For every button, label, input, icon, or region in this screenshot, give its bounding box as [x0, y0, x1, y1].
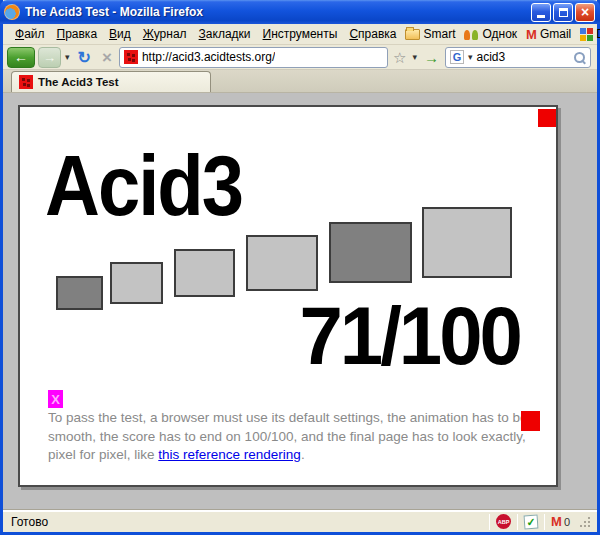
tab-acid3-test[interactable]: The Acid3 Test	[11, 71, 211, 92]
bookmark-odnoklassniki[interactable]: Однок	[461, 26, 520, 42]
menu-help-accel: С	[349, 27, 358, 41]
minimize-button[interactable]	[531, 3, 551, 22]
menu-bookmarks[interactable]: Закладки	[193, 25, 257, 43]
instructions-line1: To pass the test, a browser must use its…	[48, 410, 528, 425]
bookmark-smart[interactable]: Smart	[402, 26, 458, 42]
separator	[544, 514, 545, 530]
menu-bookmarks-accel: З	[199, 27, 206, 41]
docs-icon	[580, 28, 593, 41]
page-title: Acid3	[45, 143, 242, 228]
stop-button[interactable]: ×	[98, 49, 116, 66]
folder-icon	[405, 29, 420, 40]
instructions-period: .	[301, 447, 305, 462]
tab-title: The Acid3 Test	[38, 76, 119, 88]
url-bar[interactable]: http://acid3.acidtests.org/	[119, 47, 388, 68]
reference-rendering-link[interactable]: this reference rendering	[158, 447, 301, 462]
red-marker-right	[521, 411, 540, 431]
menu-edit[interactable]: Правка	[51, 25, 104, 43]
menu-history[interactable]: Журнал	[137, 25, 193, 43]
instructions-line3: pixel for pixel, like	[48, 447, 158, 462]
score-rect	[56, 276, 103, 310]
browser-window: The Acid3 Test - Mozilla Firefox × Файл …	[0, 0, 600, 535]
menu-tools-rest: нструменты	[271, 27, 337, 41]
failed-test-marker: X	[48, 390, 63, 408]
forward-button[interactable]: →	[38, 47, 61, 68]
maximize-icon	[559, 8, 568, 17]
menu-help[interactable]: Справка	[343, 25, 402, 43]
separator	[517, 514, 518, 530]
bookmark-gmail-label: Gmail	[540, 27, 571, 41]
status-text: Готово	[11, 515, 489, 529]
menu-edit-accel: П	[57, 27, 66, 41]
menu-history-rest: урнал	[154, 27, 187, 41]
people-icon	[464, 28, 479, 40]
score-rect	[110, 262, 163, 304]
menu-view-rest: ид	[117, 27, 131, 41]
menu-view-accel: В	[109, 27, 117, 41]
minimize-icon	[537, 15, 545, 18]
bookmark-smart-label: Smart	[423, 27, 455, 41]
window-title: The Acid3 Test - Mozilla Firefox	[25, 5, 531, 19]
bookmarks-toolbar: Smart Однок M Gmail Docs »	[402, 26, 600, 42]
menu-bar: Файл Правка Вид Журнал Закладки Инструме…	[3, 24, 597, 45]
menu-file[interactable]: Файл	[9, 25, 51, 43]
bookmark-docs[interactable]: Docs	[577, 26, 600, 42]
status-icons: ABP ✓ M 0	[489, 514, 595, 530]
instructions-line2: smooth, the score has to end on 100/100,…	[48, 429, 526, 444]
browser-viewport: Acid3 71/100 X To pass the test, a brows…	[3, 93, 597, 510]
search-engine-dropdown-icon[interactable]: ▾	[467, 52, 474, 62]
refresh-button[interactable]: ↻	[74, 48, 95, 67]
score-rect	[246, 235, 318, 291]
resize-grip[interactable]	[578, 515, 591, 528]
back-button[interactable]: ←	[7, 47, 35, 68]
gmail-status-icon: M	[551, 515, 562, 528]
menu-file-accel: Ф	[15, 27, 24, 41]
mail-count: 0	[564, 516, 570, 528]
tab-favicon	[19, 75, 33, 89]
status-bar: Готово ABP ✓ M 0	[3, 510, 597, 532]
history-dropdown-icon[interactable]: ▾	[64, 52, 71, 62]
maximize-button[interactable]	[553, 3, 573, 22]
acid3-favicon	[124, 50, 138, 64]
gmail-notifier[interactable]: M 0	[551, 515, 570, 528]
menu-edit-rest: равка	[65, 27, 97, 41]
bookmark-docs-label: Docs	[596, 27, 600, 41]
url-dropdown-icon[interactable]: ▾	[411, 52, 418, 62]
bookmark-odnoklassniki-label: Однок	[482, 27, 517, 41]
google-icon[interactable]: G	[450, 50, 464, 64]
close-button[interactable]: ×	[575, 3, 595, 22]
menu-help-rest: правка	[358, 27, 396, 41]
score-rect	[422, 207, 512, 278]
go-button[interactable]: →	[421, 49, 442, 66]
tab-bar: The Acid3 Test	[3, 70, 597, 93]
menu-tools-accel: И	[263, 27, 272, 41]
score-rect	[329, 222, 412, 283]
bookmark-star-icon[interactable]: ☆	[391, 50, 408, 65]
score-rectangles: Acid3 71/100 X To pass the test, a brows…	[20, 107, 556, 485]
menu-bookmarks-rest: акладки	[206, 27, 251, 41]
title-bar: The Acid3 Test - Mozilla Firefox ×	[0, 0, 600, 24]
menu-history-accel: Ж	[143, 27, 154, 41]
bookmark-gmail[interactable]: M Gmail	[523, 26, 574, 42]
acid3-page: Acid3 71/100 X To pass the test, a brows…	[18, 105, 558, 487]
test-instructions: To pass the test, a browser must use its…	[48, 409, 530, 465]
search-box[interactable]: G ▾ acid3	[445, 47, 591, 68]
url-text[interactable]: http://acid3.acidtests.org/	[142, 50, 275, 64]
search-input[interactable]: acid3	[477, 50, 570, 64]
score-rect	[174, 249, 235, 297]
firefox-icon	[4, 4, 20, 20]
navigation-toolbar: ← → ▾ ↻ × http://acid3.acidtests.org/ ☆ …	[3, 45, 597, 70]
separator	[489, 514, 490, 530]
menu-tools[interactable]: Инструменты	[257, 25, 344, 43]
gmail-icon: M	[526, 28, 537, 41]
red-marker-top-right	[538, 109, 556, 127]
adblock-plus-icon[interactable]: ABP	[496, 514, 511, 529]
search-icon[interactable]	[573, 51, 586, 64]
menu-file-rest: айл	[24, 27, 44, 41]
checkmark-icon[interactable]: ✓	[524, 514, 539, 529]
menu-view[interactable]: Вид	[103, 25, 137, 43]
score-text: 71/100	[299, 295, 520, 377]
